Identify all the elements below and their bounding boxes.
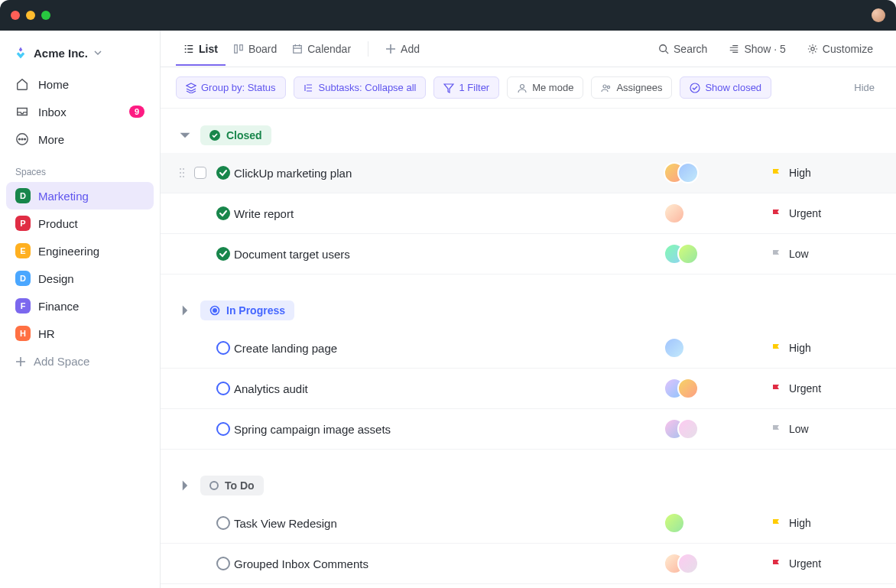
task-title[interactable]: Document target users xyxy=(234,248,664,261)
space-icon: D xyxy=(15,188,31,203)
customize-button[interactable]: Customize xyxy=(800,38,881,60)
space-item-product[interactable]: PProduct xyxy=(6,210,154,237)
profile-avatar[interactable] xyxy=(872,8,885,22)
task-priority[interactable]: High xyxy=(771,517,878,529)
task-status-indicator[interactable] xyxy=(213,382,234,395)
hide-filters-button[interactable]: Hide xyxy=(848,79,881,96)
chevron-right-icon[interactable] xyxy=(179,479,191,492)
task-title[interactable]: Spring campaign image assets xyxy=(234,423,664,436)
assignee-avatar[interactable] xyxy=(677,378,699,399)
task-title[interactable]: Grouped Inbox Comments xyxy=(234,557,664,570)
task-row[interactable]: Task View RedesignHigh xyxy=(161,503,896,544)
task-row[interactable]: Create landing pageHigh xyxy=(161,328,896,369)
task-row[interactable]: Grouped Inbox CommentsUrgent xyxy=(161,544,896,584)
task-priority[interactable]: Urgent xyxy=(771,207,878,219)
task-priority[interactable]: High xyxy=(771,342,878,354)
space-item-marketing[interactable]: DMarketing xyxy=(6,182,154,210)
view-tab-calendar[interactable]: Calendar xyxy=(284,32,359,66)
workspace-switcher[interactable]: Acme Inc. xyxy=(6,41,154,70)
minimize-window-button[interactable] xyxy=(26,11,35,20)
task-assignees[interactable] xyxy=(664,203,771,224)
me-mode-pill[interactable]: Me mode xyxy=(507,76,583,99)
task-assignees[interactable] xyxy=(664,243,771,265)
task-row[interactable]: Write reportUrgent xyxy=(161,193,896,234)
subtasks-pill[interactable]: Subtasks: Collapse all xyxy=(294,76,427,99)
filter-pill[interactable]: 1 Filter xyxy=(433,76,499,99)
task-title[interactable]: Create landing page xyxy=(234,342,664,355)
close-window-button[interactable] xyxy=(11,11,20,20)
task-priority[interactable]: Urgent xyxy=(771,557,878,570)
task-row[interactable]: Analytics auditUrgent xyxy=(161,369,896,409)
assignee-avatar[interactable] xyxy=(664,512,685,534)
assignee-avatar[interactable] xyxy=(677,553,699,574)
task-priority[interactable]: High xyxy=(771,167,878,179)
show-closed-pill[interactable]: Show closed xyxy=(680,76,771,99)
task-title[interactable]: ClickUp marketing plan xyxy=(234,167,664,180)
priority-label: Urgent xyxy=(789,557,821,570)
view-tab-label: List xyxy=(199,43,218,55)
sidebar-item-home[interactable]: Home xyxy=(6,70,154,98)
space-item-engineering[interactable]: EEngineering xyxy=(6,237,154,265)
task-checkbox[interactable] xyxy=(194,167,206,179)
task-title[interactable]: Task View Redesign xyxy=(234,517,664,530)
task-row[interactable]: Document target usersLow xyxy=(161,234,896,275)
sidebar-item-more[interactable]: More xyxy=(6,125,154,153)
circle-icon xyxy=(209,481,219,490)
assignees-pill[interactable]: Assignees xyxy=(591,76,672,99)
task-status-indicator[interactable] xyxy=(213,206,234,220)
task-status-indicator[interactable] xyxy=(213,341,234,355)
group-by-pill[interactable]: Group by: Status xyxy=(176,76,286,99)
task-assignees[interactable] xyxy=(664,162,771,184)
subtask-icon xyxy=(304,83,314,93)
search-button[interactable]: Search xyxy=(651,38,715,60)
task-status-indicator[interactable] xyxy=(213,166,234,180)
assignee-avatar[interactable] xyxy=(664,337,685,359)
task-priority[interactable]: Low xyxy=(771,248,878,260)
status-chip[interactable]: To Do xyxy=(200,476,264,495)
chevron-right-icon[interactable] xyxy=(179,304,191,317)
show-closed-label: Show closed xyxy=(705,82,761,93)
view-tab-list[interactable]: List xyxy=(176,32,226,66)
flag-icon xyxy=(771,424,781,434)
task-status-indicator[interactable] xyxy=(213,557,234,570)
add-view-button[interactable]: Add xyxy=(378,38,427,60)
home-icon xyxy=(15,77,29,91)
task-assignees[interactable] xyxy=(664,337,771,359)
flag-icon xyxy=(771,167,781,178)
space-list: DMarketingPProductEEngineeringDDesignFFi… xyxy=(6,182,154,347)
task-priority[interactable]: Urgent xyxy=(771,382,878,395)
svg-point-8 xyxy=(811,47,814,50)
task-status-indicator[interactable] xyxy=(213,247,234,261)
task-assignees[interactable] xyxy=(664,512,771,534)
space-label: HR xyxy=(38,327,55,340)
status-chip[interactable]: Closed xyxy=(200,125,271,145)
chevron-down-icon[interactable] xyxy=(179,129,191,141)
assignee-avatar[interactable] xyxy=(677,418,699,440)
view-tab-board[interactable]: Board xyxy=(226,32,284,66)
show-columns-button[interactable]: Show · 5 xyxy=(721,38,793,60)
add-space-button[interactable]: Add Space xyxy=(6,347,154,375)
assignee-avatar[interactable] xyxy=(677,243,699,265)
status-chip-label: In Progress xyxy=(226,304,285,317)
task-title[interactable]: Write report xyxy=(234,207,664,220)
space-icon: P xyxy=(15,216,31,231)
assignee-avatar[interactable] xyxy=(664,203,685,224)
space-item-design[interactable]: DDesign xyxy=(6,265,154,292)
task-row[interactable]: Spring campaign image assetsLow xyxy=(161,409,896,450)
sidebar-item-inbox[interactable]: Inbox 9 xyxy=(6,98,154,125)
status-chip[interactable]: In Progress xyxy=(200,300,294,320)
space-item-hr[interactable]: HHR xyxy=(6,320,154,347)
task-assignees[interactable] xyxy=(664,553,771,574)
task-status-indicator[interactable] xyxy=(213,422,234,436)
task-row[interactable]: ClickUp marketing planHigh xyxy=(161,153,896,193)
task-title[interactable]: Analytics audit xyxy=(234,382,664,395)
task-assignees[interactable] xyxy=(664,378,771,399)
task-priority[interactable]: Low xyxy=(771,423,878,435)
drag-handle-icon[interactable] xyxy=(179,167,187,178)
task-assignees[interactable] xyxy=(664,418,771,440)
assignee-avatar[interactable] xyxy=(677,162,699,184)
fullscreen-window-button[interactable] xyxy=(41,11,50,20)
space-item-finance[interactable]: FFinance xyxy=(6,292,154,320)
show-columns-label: Show · 5 xyxy=(744,43,785,55)
task-status-indicator[interactable] xyxy=(213,516,234,530)
